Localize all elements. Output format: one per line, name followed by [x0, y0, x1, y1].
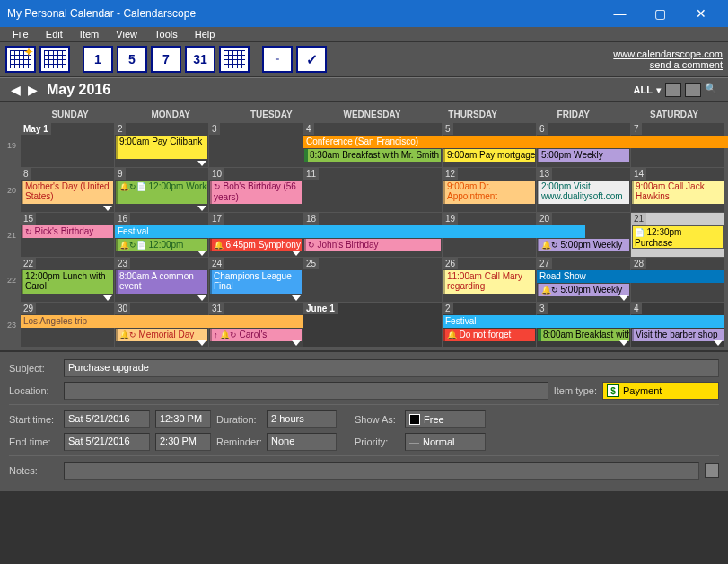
- event[interactable]: Champions League Final: [210, 270, 302, 294]
- day-cell[interactable]: 3: [209, 123, 303, 167]
- day-cell[interactable]: 149:00am Call Jack Hawkins: [631, 168, 724, 212]
- more-icon[interactable]: [197, 161, 206, 166]
- day-cell[interactable]: 8Mother's Day (United States): [21, 168, 114, 212]
- event[interactable]: Road Show: [537, 270, 724, 283]
- minimize-button[interactable]: —: [600, 0, 640, 27]
- event[interactable]: 8:00am Breakfast with: [538, 329, 629, 341]
- today-button[interactable]: [39, 46, 70, 73]
- search-icon[interactable]: 🔍: [705, 83, 721, 97]
- notes-field[interactable]: [64, 462, 699, 480]
- view-tasks-button[interactable]: ✓: [296, 46, 327, 73]
- day-cell[interactable]: 132:00pm Visit www.dualitysoft.com: [537, 168, 630, 212]
- event[interactable]: 8:00am A common event: [116, 270, 207, 294]
- day-cell[interactable]: 15↻ Rick's Birthday: [21, 213, 114, 257]
- itemtype-field[interactable]: $Payment: [602, 382, 719, 400]
- day-cell[interactable]: 16Festival🔔↻📄 12:00pm: [115, 213, 208, 257]
- new-event-button[interactable]: ✦: [5, 46, 36, 73]
- view-grid-button[interactable]: [219, 46, 250, 73]
- view-list-button[interactable]: ≡: [262, 46, 293, 73]
- notes-expand-button[interactable]: [705, 463, 719, 478]
- more-icon[interactable]: [714, 340, 723, 346]
- more-icon[interactable]: [197, 340, 206, 346]
- event[interactable]: Festival: [115, 225, 585, 238]
- day-cell[interactable]: 2212:00pm Lunch with Carol: [21, 258, 114, 302]
- day-cell[interactable]: 2611:00am Call Mary regarding: [443, 258, 536, 302]
- more-icon[interactable]: [292, 251, 301, 256]
- day-cell[interactable]: 27Road Show🔔↻ 5:00pm Weekly: [537, 258, 630, 302]
- event[interactable]: ↻ John's Birthday: [304, 239, 441, 251]
- event[interactable]: 5:00pm Weekly: [538, 149, 629, 162]
- menu-tools[interactable]: Tools: [147, 26, 185, 42]
- day-cell[interactable]: 129:00am Dr. Appointment: [443, 168, 536, 212]
- day-cell[interactable]: 9🔔↻📄 12:00pm Working: [115, 168, 208, 212]
- endtime-field[interactable]: 2:30 PM: [155, 433, 211, 451]
- menu-item[interactable]: Item: [73, 26, 106, 42]
- menu-file[interactable]: File: [5, 26, 36, 42]
- event[interactable]: 🔔↻ 5:00pm Weekly: [538, 239, 629, 251]
- filter-dropdown-icon[interactable]: ▾: [656, 84, 662, 96]
- location-field[interactable]: [64, 382, 548, 400]
- event[interactable]: 2:00pm Visit www.dualitysoft.com: [538, 181, 629, 204]
- reminder-field[interactable]: None: [267, 433, 337, 451]
- settings-icon[interactable]: [665, 83, 681, 97]
- day-cell[interactable]: 10↻ Bob's Birthday (56 years): [209, 168, 303, 212]
- event[interactable]: ↻ Bob's Birthday (56 years): [210, 181, 302, 204]
- event[interactable]: 9:00am Dr. Appointment: [443, 181, 535, 204]
- event[interactable]: 🔔 Do not forget: [443, 329, 535, 341]
- day-cell[interactable]: 4 Conference (San Francisco) 8:30am Brea…: [303, 123, 442, 167]
- day-cell-selected[interactable]: 21📄 12:30pm Purchase: [631, 213, 724, 257]
- starttime-field[interactable]: 12:30 PM: [155, 410, 211, 428]
- menu-help[interactable]: Help: [188, 26, 223, 42]
- day-cell[interactable]: May 1: [21, 123, 114, 167]
- enddate-field[interactable]: Sat 5/21/2016: [64, 433, 150, 451]
- event[interactable]: Mother's Day (United States): [22, 181, 113, 204]
- event[interactable]: Festival: [443, 315, 724, 328]
- maximize-button[interactable]: ▢: [640, 0, 680, 27]
- event[interactable]: Visit the barber shop: [632, 329, 724, 341]
- day-cell[interactable]: 24Champions League Final: [209, 258, 303, 302]
- day-cell[interactable]: 238:00am A common event: [115, 258, 208, 302]
- day-cell[interactable]: 29Los Angeles trip: [21, 303, 114, 347]
- event[interactable]: 9:00am Pay mortgage: [443, 149, 535, 162]
- prev-month-button[interactable]: ◀: [7, 83, 24, 97]
- day-cell[interactable]: June 1: [303, 303, 442, 347]
- grid-icon[interactable]: [685, 83, 701, 97]
- showas-field[interactable]: Free: [405, 410, 486, 428]
- view-1-button[interactable]: 1: [83, 46, 113, 73]
- more-icon[interactable]: [619, 295, 628, 301]
- filter-all[interactable]: ALL: [634, 84, 653, 95]
- day-cell[interactable]: 29:00am Pay Citibank: [115, 123, 208, 167]
- more-icon[interactable]: [292, 295, 301, 301]
- month-title[interactable]: May 2016: [47, 82, 634, 98]
- view-31-button[interactable]: 31: [185, 46, 215, 73]
- day-cell[interactable]: 11: [303, 168, 442, 212]
- startdate-field[interactable]: Sat 5/21/2016: [64, 410, 150, 428]
- event[interactable]: ↻ Rick's Birthday: [22, 225, 113, 238]
- next-month-button[interactable]: ▶: [24, 83, 41, 97]
- event[interactable]: Conference (San Francisco): [303, 136, 728, 148]
- event[interactable]: Los Angeles trip: [21, 315, 303, 328]
- event[interactable]: 🔔↻📄 12:00pm Working: [116, 181, 207, 204]
- event[interactable]: 🔔↻ Memorial Day: [116, 329, 207, 341]
- event[interactable]: 9:00am Call Jack Hawkins: [632, 181, 724, 204]
- more-icon[interactable]: [197, 251, 206, 256]
- more-icon[interactable]: [292, 340, 301, 346]
- day-cell[interactable]: 2Festival🔔 Do not forget: [443, 303, 536, 347]
- site-link[interactable]: www.calendarscope.com: [613, 48, 723, 59]
- duration-field[interactable]: 2 hours: [267, 410, 337, 428]
- event[interactable]: 🔔↻📄 12:00pm: [116, 239, 207, 251]
- close-button[interactable]: ✕: [680, 0, 721, 27]
- event[interactable]: 🔔↻ 5:00pm Weekly: [538, 284, 629, 296]
- more-icon[interactable]: [619, 340, 628, 346]
- view-7-button[interactable]: 7: [151, 46, 181, 73]
- view-5-button[interactable]: 5: [117, 46, 147, 73]
- menu-edit[interactable]: Edit: [39, 26, 70, 42]
- event[interactable]: 8:30am Breakfast with Mr. Smith: [304, 149, 441, 162]
- priority-field[interactable]: —Normal: [405, 433, 486, 451]
- subject-field[interactable]: Purchase upgrade: [64, 359, 719, 377]
- event[interactable]: 12:00pm Lunch with Carol: [22, 270, 113, 294]
- day-cell[interactable]: 25: [303, 258, 442, 302]
- comment-link[interactable]: send a comment: [613, 59, 723, 70]
- more-icon[interactable]: [103, 206, 112, 211]
- menu-view[interactable]: View: [109, 26, 145, 42]
